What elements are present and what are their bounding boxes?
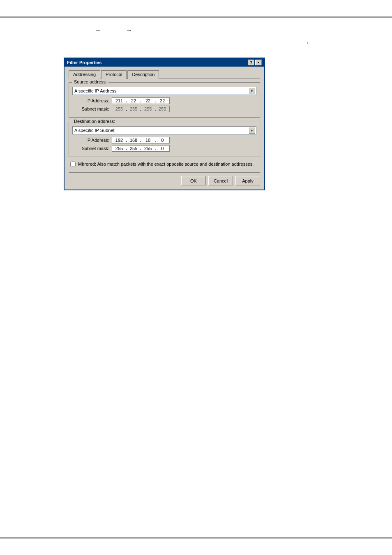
tab-description[interactable]: Description	[127, 70, 159, 79]
destination-address-dropdown[interactable]: A specific IP Subnet ▼	[72, 126, 256, 134]
titlebar-buttons: ? ×	[248, 60, 262, 65]
dialog-title: Filter Properties	[67, 60, 101, 65]
destination-address-legend: Destination address:	[72, 119, 117, 124]
destination-subnet-octet-4[interactable]	[156, 146, 168, 151]
filter-properties-dialog: Filter Properties ? × Addressing Protoco…	[64, 58, 265, 190]
destination-subnet-octet-3[interactable]	[142, 146, 154, 151]
source-address-group: Source address: A specific IP Address ▼ …	[69, 82, 260, 118]
source-dropdown-row: A specific IP Address ▼	[72, 87, 256, 95]
source-subnet-octet-3	[142, 106, 154, 111]
destination-address-group: Destination address: A specific IP Subne…	[69, 122, 260, 157]
source-ip-row: IP Address: . . .	[72, 97, 256, 104]
destination-ip-row: IP Address: . . .	[72, 137, 256, 143]
source-ip-fields: . . .	[112, 97, 170, 104]
help-button[interactable]: ?	[248, 60, 254, 65]
destination-ip-octet-4[interactable]	[156, 138, 168, 143]
source-subnet-octet-4	[156, 106, 168, 111]
source-address-legend: Source address:	[72, 79, 108, 84]
destination-ip-octet-2[interactable]	[127, 138, 140, 143]
source-subnet-octet-1	[113, 106, 125, 111]
source-subnet-octet-2	[127, 106, 140, 111]
arrow-1: →	[95, 27, 101, 34]
mirrored-row: Mirrored: Also match packets with the ex…	[69, 161, 260, 167]
tab-bar: Addressing Protocol Description	[69, 70, 260, 79]
close-button[interactable]: ×	[255, 60, 262, 65]
destination-ip-label: IP Address:	[72, 138, 109, 143]
destination-dropdown-arrow[interactable]: ▼	[249, 127, 255, 134]
source-subnet-fields: . . .	[112, 106, 170, 112]
tab-addressing[interactable]: Addressing	[69, 70, 100, 79]
source-ip-octet-1[interactable]	[113, 98, 125, 103]
source-ip-octet-4[interactable]	[156, 98, 168, 103]
tab-protocol[interactable]: Protocol	[101, 70, 127, 79]
arrow-3: →	[303, 39, 310, 46]
arrow-row-1: → →	[95, 27, 132, 34]
arrow-row-2: →	[303, 39, 310, 46]
destination-subnet-octet-1[interactable]	[113, 146, 125, 151]
mirrored-checkbox[interactable]	[70, 162, 76, 167]
destination-ip-octet-3[interactable]	[142, 138, 154, 143]
button-row: OK Cancel Apply	[69, 172, 260, 185]
destination-subnet-octet-2[interactable]	[127, 146, 140, 151]
destination-ip-octet-1[interactable]	[113, 138, 125, 143]
mirrored-label: Mirrored: Also match packets with the ex…	[78, 161, 254, 167]
dialog-body: Addressing Protocol Description Source a…	[65, 67, 264, 190]
source-subnet-label: Subnet mask:	[72, 106, 109, 111]
bottom-border	[0, 537, 392, 539]
source-group-content: A specific IP Address ▼ IP Address: . .	[72, 87, 256, 112]
destination-subnet-fields: . . .	[112, 145, 170, 152]
source-address-dropdown[interactable]: A specific IP Address ▼	[72, 87, 256, 95]
arrow-2: →	[126, 27, 132, 34]
source-subnet-row: Subnet mask: . . .	[72, 106, 256, 112]
destination-subnet-label: Subnet mask:	[72, 146, 109, 151]
top-border	[0, 16, 392, 18]
destination-group-content: A specific IP Subnet ▼ IP Address: . .	[72, 126, 256, 152]
dialog-container: Filter Properties ? × Addressing Protoco…	[64, 58, 265, 190]
source-ip-label: IP Address:	[72, 98, 109, 103]
dialog-titlebar: Filter Properties ? ×	[65, 58, 264, 67]
ok-button[interactable]: OK	[181, 176, 206, 185]
destination-ip-fields: . . .	[112, 137, 170, 143]
source-ip-octet-3[interactable]	[142, 98, 154, 103]
apply-button[interactable]: Apply	[235, 176, 260, 185]
source-dropdown-arrow[interactable]: ▼	[249, 88, 255, 94]
destination-subnet-row: Subnet mask: . . .	[72, 145, 256, 152]
destination-dropdown-row: A specific IP Subnet ▼	[72, 126, 256, 134]
source-ip-octet-2[interactable]	[127, 98, 140, 103]
cancel-button[interactable]: Cancel	[208, 176, 233, 185]
